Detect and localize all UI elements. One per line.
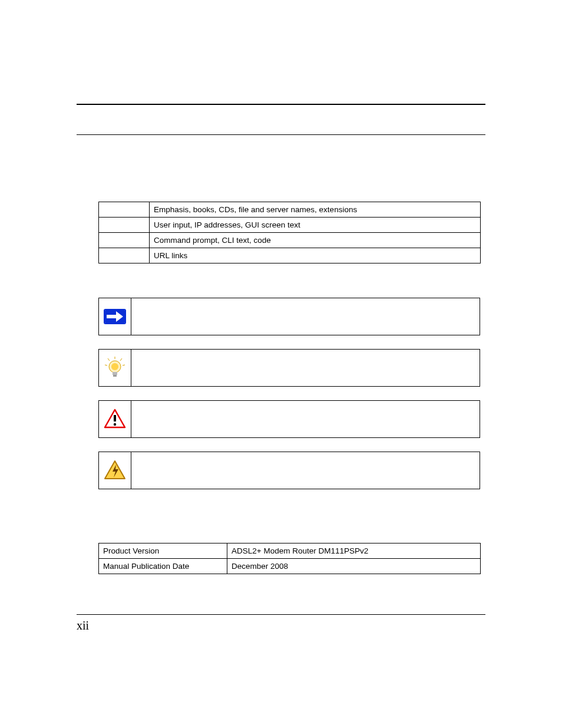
typo-col1 <box>99 218 150 233</box>
page-number: xii <box>77 619 89 633</box>
header-rule-bottom <box>77 134 485 135</box>
danger-bolt-icon <box>103 459 127 482</box>
table-row: Product Version ADSL2+ Modem Router DM11… <box>99 543 481 559</box>
callout-warning <box>98 400 480 438</box>
typo-col2: Command prompt, CLI text, code <box>150 233 481 248</box>
header-rule-top <box>77 104 485 105</box>
table-row: Emphasis, books, CDs, file and server na… <box>99 202 481 218</box>
note-icon-cell <box>98 298 131 335</box>
arrow-right-icon <box>103 305 127 328</box>
table-row: Manual Publication Date December 2008 <box>99 559 481 574</box>
page: Emphasis, books, CDs, file and server na… <box>0 0 562 728</box>
info-label: Manual Publication Date <box>99 559 227 574</box>
svg-rect-13 <box>114 415 116 421</box>
typo-col1 <box>99 233 150 248</box>
table-row: URL links <box>99 248 481 263</box>
table-row: User input, IP addresses, GUI screen tex… <box>99 218 481 233</box>
info-value: December 2008 <box>227 559 481 574</box>
footer-rule <box>77 614 485 615</box>
svg-rect-10 <box>113 372 117 375</box>
callout-tip <box>98 349 480 387</box>
typo-col1 <box>99 248 150 263</box>
typo-col2: URL links <box>150 248 481 263</box>
warning-triangle-icon <box>103 407 127 431</box>
svg-point-9 <box>111 363 118 370</box>
info-value: ADSL2+ Modem Router DM111PSPv2 <box>227 543 481 559</box>
lightbulb-icon <box>103 356 127 380</box>
svg-line-7 <box>123 365 125 365</box>
callout-danger <box>98 452 480 489</box>
callout-text <box>131 298 480 335</box>
svg-line-6 <box>105 365 107 365</box>
table-row: Command prompt, CLI text, code <box>99 233 481 248</box>
product-info-table: Product Version ADSL2+ Modem Router DM11… <box>98 543 481 574</box>
typo-col2: User input, IP addresses, GUI screen tex… <box>150 218 481 233</box>
warning-icon-cell <box>98 400 131 438</box>
svg-line-5 <box>120 358 122 361</box>
callout-text <box>131 452 480 489</box>
svg-rect-11 <box>113 375 117 377</box>
info-label: Product Version <box>99 543 227 559</box>
typo-col1 <box>99 202 150 218</box>
typo-col2: Emphasis, books, CDs, file and server na… <box>150 202 481 218</box>
svg-point-14 <box>114 423 116 426</box>
callout-list <box>98 298 480 503</box>
typography-table: Emphasis, books, CDs, file and server na… <box>98 202 481 263</box>
callout-text <box>131 349 480 387</box>
callout-text <box>131 400 480 438</box>
danger-icon-cell <box>98 452 131 489</box>
callout-note <box>98 298 480 335</box>
svg-line-4 <box>108 358 110 361</box>
tip-icon-cell <box>98 349 131 387</box>
